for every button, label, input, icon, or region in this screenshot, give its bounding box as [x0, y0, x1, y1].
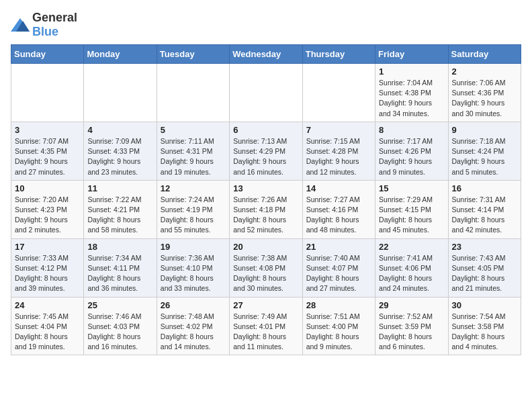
- day-info: Sunrise: 7:31 AM Sunset: 4:14 PM Dayligh…: [452, 195, 517, 236]
- day-info: Sunrise: 7:11 AM Sunset: 4:31 PM Dayligh…: [161, 136, 226, 177]
- day-number: 30: [452, 300, 517, 310]
- day-info: Sunrise: 7:36 AM Sunset: 4:10 PM Dayligh…: [161, 253, 226, 294]
- day-number: 27: [233, 300, 298, 310]
- day-info: Sunrise: 7:45 AM Sunset: 4:04 PM Dayligh…: [15, 312, 80, 353]
- day-info: Sunrise: 7:38 AM Sunset: 4:08 PM Dayligh…: [233, 253, 298, 294]
- day-cell: [302, 64, 375, 122]
- day-info: Sunrise: 7:46 AM Sunset: 4:03 PM Dayligh…: [87, 312, 152, 353]
- day-info: Sunrise: 7:41 AM Sunset: 4:06 PM Dayligh…: [379, 253, 444, 294]
- day-info: Sunrise: 7:07 AM Sunset: 4:35 PM Dayligh…: [15, 136, 80, 177]
- day-number: 12: [161, 183, 226, 193]
- day-cell: 8Sunrise: 7:17 AM Sunset: 4:26 PM Daylig…: [375, 122, 448, 180]
- day-number: 1: [379, 66, 444, 77]
- day-number: 8: [379, 125, 444, 135]
- day-cell: 1Sunrise: 7:04 AM Sunset: 4:38 PM Daylig…: [375, 64, 448, 122]
- day-info: Sunrise: 7:22 AM Sunset: 4:21 PM Dayligh…: [87, 195, 152, 236]
- day-number: 17: [15, 242, 80, 252]
- day-cell: 17Sunrise: 7:33 AM Sunset: 4:12 PM Dayli…: [11, 238, 84, 297]
- day-info: Sunrise: 7:43 AM Sunset: 4:05 PM Dayligh…: [452, 253, 517, 294]
- day-info: Sunrise: 7:54 AM Sunset: 3:58 PM Dayligh…: [452, 312, 517, 353]
- calendar-body: 1Sunrise: 7:04 AM Sunset: 4:38 PM Daylig…: [11, 64, 521, 355]
- day-cell: [230, 64, 302, 122]
- day-cell: 18Sunrise: 7:34 AM Sunset: 4:11 PM Dayli…: [84, 238, 157, 297]
- day-cell: 11Sunrise: 7:22 AM Sunset: 4:21 PM Dayli…: [84, 180, 157, 238]
- week-row-2: 3Sunrise: 7:07 AM Sunset: 4:35 PM Daylig…: [11, 122, 521, 180]
- day-number: 6: [233, 125, 298, 135]
- day-cell: 30Sunrise: 7:54 AM Sunset: 3:58 PM Dayli…: [448, 297, 521, 355]
- day-number: 11: [87, 183, 152, 193]
- day-cell: 10Sunrise: 7:20 AM Sunset: 4:23 PM Dayli…: [11, 180, 84, 238]
- day-cell: 13Sunrise: 7:26 AM Sunset: 4:18 PM Dayli…: [230, 180, 302, 238]
- day-cell: 19Sunrise: 7:36 AM Sunset: 4:10 PM Dayli…: [157, 238, 229, 297]
- day-number: 4: [87, 125, 152, 135]
- day-cell: 29Sunrise: 7:52 AM Sunset: 3:59 PM Dayli…: [375, 297, 448, 355]
- day-number: 10: [15, 183, 80, 193]
- day-info: Sunrise: 7:09 AM Sunset: 4:33 PM Dayligh…: [87, 136, 152, 177]
- header: General Blue: [11, 11, 521, 39]
- day-number: 7: [306, 125, 371, 135]
- day-number: 28: [306, 300, 371, 310]
- day-cell: 6Sunrise: 7:13 AM Sunset: 4:29 PM Daylig…: [230, 122, 302, 180]
- day-number: 26: [161, 300, 226, 310]
- day-info: Sunrise: 7:17 AM Sunset: 4:26 PM Dayligh…: [379, 136, 444, 177]
- day-info: Sunrise: 7:20 AM Sunset: 4:23 PM Dayligh…: [15, 195, 80, 236]
- day-info: Sunrise: 7:49 AM Sunset: 4:01 PM Dayligh…: [233, 312, 298, 353]
- day-number: 14: [306, 183, 371, 193]
- logo: General Blue: [11, 11, 77, 39]
- day-info: Sunrise: 7:40 AM Sunset: 4:07 PM Dayligh…: [306, 253, 371, 294]
- day-cell: 7Sunrise: 7:15 AM Sunset: 4:28 PM Daylig…: [302, 122, 375, 180]
- week-row-3: 10Sunrise: 7:20 AM Sunset: 4:23 PM Dayli…: [11, 180, 521, 238]
- logo-general: General: [32, 11, 77, 24]
- day-cell: 20Sunrise: 7:38 AM Sunset: 4:08 PM Dayli…: [230, 238, 302, 297]
- logo-blue: Blue: [32, 25, 58, 38]
- day-info: Sunrise: 7:29 AM Sunset: 4:15 PM Dayligh…: [379, 195, 444, 236]
- day-number: 18: [87, 242, 152, 252]
- day-cell: 28Sunrise: 7:51 AM Sunset: 4:00 PM Dayli…: [302, 297, 375, 355]
- day-info: Sunrise: 7:04 AM Sunset: 4:38 PM Dayligh…: [379, 78, 444, 119]
- day-info: Sunrise: 7:33 AM Sunset: 4:12 PM Dayligh…: [15, 253, 80, 294]
- day-number: 21: [306, 242, 371, 252]
- day-cell: 27Sunrise: 7:49 AM Sunset: 4:01 PM Dayli…: [230, 297, 302, 355]
- day-info: Sunrise: 7:27 AM Sunset: 4:16 PM Dayligh…: [306, 195, 371, 236]
- week-row-1: 1Sunrise: 7:04 AM Sunset: 4:38 PM Daylig…: [11, 64, 521, 122]
- day-number: 2: [452, 66, 517, 77]
- day-cell: 24Sunrise: 7:45 AM Sunset: 4:04 PM Dayli…: [11, 297, 84, 355]
- week-row-4: 17Sunrise: 7:33 AM Sunset: 4:12 PM Dayli…: [11, 238, 521, 297]
- day-info: Sunrise: 7:13 AM Sunset: 4:29 PM Dayligh…: [233, 136, 298, 177]
- day-cell: 26Sunrise: 7:48 AM Sunset: 4:02 PM Dayli…: [157, 297, 229, 355]
- day-header-sunday: Sunday: [11, 45, 84, 64]
- calendar: SundayMondayTuesdayWednesdayThursdayFrid…: [11, 44, 521, 355]
- day-number: 22: [379, 242, 444, 252]
- day-header-wednesday: Wednesday: [230, 45, 302, 64]
- day-cell: 12Sunrise: 7:24 AM Sunset: 4:19 PM Dayli…: [157, 180, 229, 238]
- day-header-thursday: Thursday: [302, 45, 375, 64]
- day-header-friday: Friday: [375, 45, 448, 64]
- day-header-tuesday: Tuesday: [157, 45, 229, 64]
- day-cell: 9Sunrise: 7:18 AM Sunset: 4:24 PM Daylig…: [448, 122, 521, 180]
- day-info: Sunrise: 7:52 AM Sunset: 3:59 PM Dayligh…: [379, 312, 444, 353]
- day-number: 25: [87, 300, 152, 310]
- day-header-saturday: Saturday: [448, 45, 521, 64]
- day-info: Sunrise: 7:51 AM Sunset: 4:00 PM Dayligh…: [306, 312, 371, 353]
- day-info: Sunrise: 7:34 AM Sunset: 4:11 PM Dayligh…: [87, 253, 152, 294]
- day-number: 15: [379, 183, 444, 193]
- day-cell: 5Sunrise: 7:11 AM Sunset: 4:31 PM Daylig…: [157, 122, 229, 180]
- day-cell: 4Sunrise: 7:09 AM Sunset: 4:33 PM Daylig…: [84, 122, 157, 180]
- day-header-monday: Monday: [84, 45, 157, 64]
- day-cell: [11, 64, 84, 122]
- day-info: Sunrise: 7:06 AM Sunset: 4:36 PM Dayligh…: [452, 78, 517, 119]
- day-info: Sunrise: 7:15 AM Sunset: 4:28 PM Dayligh…: [306, 136, 371, 177]
- day-number: 5: [161, 125, 226, 135]
- day-cell: [157, 64, 229, 122]
- day-info: Sunrise: 7:26 AM Sunset: 4:18 PM Dayligh…: [233, 195, 298, 236]
- day-number: 24: [15, 300, 80, 310]
- day-cell: 16Sunrise: 7:31 AM Sunset: 4:14 PM Dayli…: [448, 180, 521, 238]
- day-cell: 21Sunrise: 7:40 AM Sunset: 4:07 PM Dayli…: [302, 238, 375, 297]
- day-number: 9: [452, 125, 517, 135]
- logo-icon: [11, 18, 30, 32]
- day-cell: [84, 64, 157, 122]
- day-cell: 3Sunrise: 7:07 AM Sunset: 4:35 PM Daylig…: [11, 122, 84, 180]
- day-cell: 23Sunrise: 7:43 AM Sunset: 4:05 PM Dayli…: [448, 238, 521, 297]
- day-info: Sunrise: 7:18 AM Sunset: 4:24 PM Dayligh…: [452, 136, 517, 177]
- day-number: 23: [452, 242, 517, 252]
